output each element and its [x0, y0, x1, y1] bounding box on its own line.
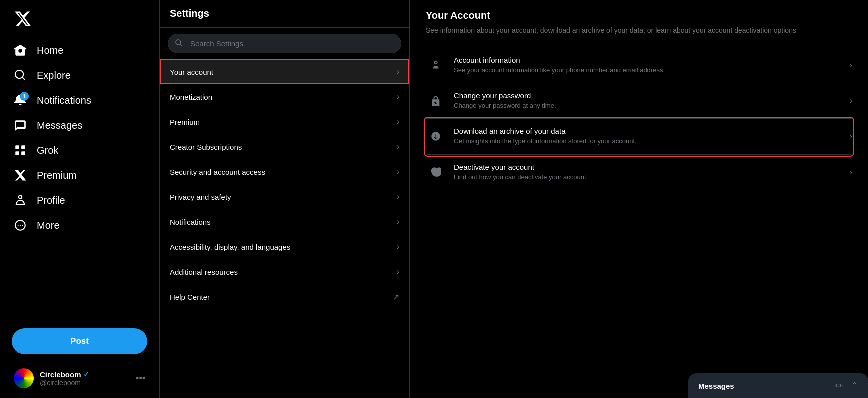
- sidebar-item-messages[interactable]: Messages: [6, 113, 153, 138]
- settings-item-premium[interactable]: Premium ›: [160, 109, 409, 134]
- sidebar: Home Explore 1 Notifications Messages: [0, 0, 160, 398]
- chevron-icon: ›: [850, 96, 852, 105]
- account-info-title: Account information: [454, 56, 842, 64]
- deactivate-icon: [426, 167, 446, 178]
- account-info-item[interactable]: Account information See your account inf…: [426, 48, 852, 83]
- settings-item-label: Accessibility, display, and languages: [170, 243, 290, 251]
- chevron-icon: ›: [850, 61, 852, 70]
- more-label: More: [37, 220, 60, 231]
- svg-rect-2: [15, 151, 19, 155]
- messages-label: Messages: [37, 120, 82, 131]
- settings-title: Settings: [170, 8, 209, 19]
- chevron-icon: ›: [397, 92, 399, 101]
- settings-search-box: [168, 34, 401, 53]
- chevron-icon: ›: [397, 142, 399, 151]
- user-info: Circleboom ✓ @circleboom: [40, 370, 130, 387]
- sidebar-item-more[interactable]: More: [6, 213, 153, 238]
- settings-item-security[interactable]: Security and account access ›: [160, 159, 409, 184]
- deactivate-item[interactable]: Deactivate your account Find out how you…: [426, 155, 852, 190]
- download-archive-item[interactable]: Download an archive of your data Get ins…: [426, 119, 852, 154]
- chevron-icon: ›: [397, 117, 399, 126]
- svg-rect-3: [21, 151, 25, 155]
- chevron-icon: ›: [397, 242, 399, 251]
- settings-item-creator-subscriptions[interactable]: Creator Subscriptions ›: [160, 134, 409, 159]
- settings-panel: Settings Your account › Monetization › P…: [160, 0, 410, 398]
- user-name: Circleboom ✓: [40, 370, 130, 379]
- svg-rect-0: [15, 145, 19, 149]
- change-password-title: Change your password: [454, 91, 842, 100]
- download-icon: [426, 131, 446, 142]
- chevron-icon: ›: [397, 267, 399, 276]
- settings-item-help[interactable]: Help Center ↗: [160, 284, 409, 310]
- settings-item-label: Your account: [170, 68, 213, 76]
- messages-icon: [14, 119, 27, 132]
- settings-item-additional[interactable]: Additional resources ›: [160, 259, 409, 284]
- grok-icon: [14, 144, 27, 157]
- sidebar-item-explore[interactable]: Explore: [6, 63, 153, 88]
- messages-widget[interactable]: Messages ✏ ⌃: [688, 373, 868, 398]
- svg-rect-1: [21, 145, 25, 149]
- x-logo[interactable]: [6, 4, 153, 36]
- messages-widget-actions: ✏ ⌃: [835, 380, 858, 391]
- download-archive-desc: Get insights into the type of informatio…: [454, 137, 842, 146]
- change-password-desc: Change your password at any time.: [454, 101, 842, 110]
- download-archive-text: Download an archive of your data Get ins…: [454, 127, 842, 146]
- sidebar-item-profile[interactable]: Profile: [6, 188, 153, 213]
- chevron-icon: ›: [397, 167, 399, 176]
- account-info-text: Account information See your account inf…: [454, 56, 842, 75]
- settings-item-accessibility[interactable]: Accessibility, display, and languages ›: [160, 234, 409, 259]
- sidebar-item-premium[interactable]: Premium: [6, 163, 153, 188]
- page-title: Your Account: [426, 10, 852, 21]
- user-handle: @circleboom: [40, 379, 130, 387]
- chevron-icon: ›: [397, 192, 399, 201]
- verified-badge: ✓: [83, 370, 89, 378]
- page-description: See information about your account, down…: [426, 25, 852, 36]
- post-button[interactable]: Post: [12, 328, 147, 354]
- sidebar-nav: Home Explore 1 Notifications Messages: [6, 38, 153, 320]
- profile-label: Profile: [37, 195, 65, 206]
- sidebar-user[interactable]: Circleboom ✓ @circleboom •••: [6, 362, 153, 394]
- content-panel: Your Account See information about your …: [410, 0, 868, 398]
- change-password-text: Change your password Change your passwor…: [454, 91, 842, 110]
- settings-item-notifications[interactable]: Notifications ›: [160, 209, 409, 234]
- notifications-badge: 1: [20, 92, 29, 101]
- settings-item-label: Additional resources: [170, 268, 238, 276]
- settings-header: Settings: [160, 0, 409, 28]
- chevron-icon: ›: [397, 67, 399, 76]
- explore-label: Explore: [37, 70, 71, 81]
- download-archive-title: Download an archive of your data: [454, 127, 842, 135]
- password-icon: [426, 95, 446, 106]
- account-info-icon: [426, 60, 446, 71]
- deactivate-desc: Find out how you can deactivate your acc…: [454, 173, 842, 182]
- settings-item-label: Monetization: [170, 93, 212, 101]
- settings-item-your-account[interactable]: Your account ›: [160, 59, 409, 84]
- search-input[interactable]: [168, 34, 401, 53]
- settings-list: Your account › Monetization › Premium › …: [160, 59, 409, 310]
- settings-item-label: Security and account access: [170, 168, 265, 176]
- sidebar-item-notifications[interactable]: 1 Notifications: [6, 88, 153, 113]
- notifications-label: Notifications: [37, 95, 91, 106]
- avatar: [14, 368, 34, 388]
- collapse-messages-icon[interactable]: ⌃: [851, 380, 858, 391]
- chevron-icon: ›: [850, 168, 852, 177]
- change-password-item[interactable]: Change your password Change your passwor…: [426, 83, 852, 119]
- sidebar-item-home[interactable]: Home: [6, 38, 153, 63]
- home-label: Home: [37, 45, 63, 56]
- more-icon: [14, 219, 27, 232]
- account-info-desc: See your account information like your p…: [454, 66, 842, 75]
- compose-message-icon[interactable]: ✏: [835, 380, 843, 391]
- premium-label: Premium: [37, 170, 77, 181]
- sidebar-item-grok[interactable]: Grok: [6, 138, 153, 163]
- user-more-icon[interactable]: •••: [136, 373, 145, 384]
- deactivate-title: Deactivate your account: [454, 163, 842, 171]
- settings-item-label: Premium: [170, 118, 200, 126]
- settings-item-monetization[interactable]: Monetization ›: [160, 84, 409, 109]
- settings-item-label: Privacy and safety: [170, 193, 231, 201]
- grok-label: Grok: [37, 145, 58, 156]
- premium-icon: [14, 169, 27, 182]
- chevron-icon: ›: [850, 132, 852, 141]
- messages-widget-title: Messages: [698, 382, 734, 390]
- settings-item-privacy[interactable]: Privacy and safety ›: [160, 184, 409, 209]
- external-link-icon: ↗: [393, 292, 399, 302]
- explore-icon: [14, 69, 27, 82]
